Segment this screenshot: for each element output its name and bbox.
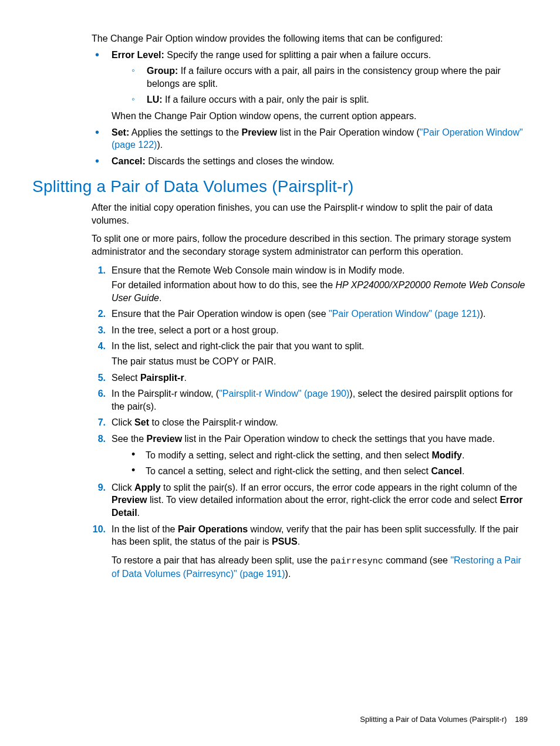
group-label: Group: bbox=[147, 66, 178, 76]
step-7-before: Click bbox=[112, 417, 134, 427]
group-item: Group: If a failure occurs with a pair, … bbox=[129, 65, 528, 90]
step-8-sub2: To cancel a setting, select and right-cl… bbox=[129, 465, 528, 478]
set-close: ). bbox=[157, 140, 163, 150]
step-9-mid2: list. To view detailed information about… bbox=[147, 495, 500, 505]
step-10a-bold1: Pair Operations bbox=[178, 524, 248, 534]
section-heading: Splitting a Pair of Data Volumes (Pairsp… bbox=[32, 175, 528, 198]
footer-title: Splitting a Pair of Data Volumes (Pairsp… bbox=[360, 715, 507, 724]
step-9-bold2: Preview bbox=[112, 495, 147, 505]
step-10a-bold2: PSUS bbox=[272, 536, 298, 546]
error-level-item: Error Level: Specify the range used for … bbox=[92, 49, 528, 123]
step-10b-mid: command (see bbox=[383, 555, 451, 565]
step-3: In the tree, select a port or a host gro… bbox=[92, 324, 528, 337]
section-para-2: To split one or more pairs, follow the p… bbox=[92, 232, 528, 258]
step-9-mid: to split the pair(s). If an error occurs… bbox=[161, 482, 517, 492]
set-label: Set: bbox=[112, 127, 129, 137]
error-level-label: Error Level: bbox=[112, 50, 164, 60]
after-sub-text: When the Change Pair Option window opens… bbox=[112, 110, 528, 123]
set-text-before: Applies the settings to the bbox=[129, 127, 241, 137]
step-8-sublist: To modify a setting, select and right-cl… bbox=[129, 449, 528, 478]
cancel-item: Cancel: Discards the settings and closes… bbox=[92, 155, 528, 168]
step-8-sub2-before: To cancel a setting, select and right-cl… bbox=[146, 466, 431, 476]
pair-op-window-link-121[interactable]: "Pair Operation Window" (page 121) bbox=[329, 309, 480, 319]
footer-page-number: 189 bbox=[515, 715, 528, 724]
step-8-sub2-after: . bbox=[462, 466, 464, 476]
group-text: If a failure occurs with a pair, all pai… bbox=[147, 66, 501, 89]
step-8-before: See the bbox=[112, 434, 147, 444]
step-4a: In the list, select and right-click the … bbox=[112, 341, 364, 351]
section-para-1: After the initial copy operation finishe… bbox=[92, 201, 528, 227]
step-1b-after: . bbox=[159, 293, 161, 303]
step-9-after: . bbox=[137, 508, 140, 518]
step-8-sub1-bold: Modify bbox=[431, 450, 462, 460]
set-text-after: list in the Pair Operation window ( bbox=[277, 127, 420, 137]
step-10b: To restore a pair that has already been … bbox=[112, 554, 528, 580]
config-items-list: Error Level: Specify the range used for … bbox=[92, 49, 528, 168]
step-1b: For detailed information about how to do… bbox=[112, 279, 528, 304]
step-8-sub1: To modify a setting, select and right-cl… bbox=[129, 449, 528, 462]
step-2-after: ). bbox=[480, 309, 486, 319]
procedure-list: Ensure that the Remote Web Console main … bbox=[92, 264, 528, 580]
page-footer: Splitting a Pair of Data Volumes (Pairsp… bbox=[360, 714, 528, 725]
step-4b: The pair status must be COPY or PAIR. bbox=[112, 355, 528, 368]
lu-text: If a failure occurs with a pair, only th… bbox=[163, 94, 369, 104]
error-level-sublist: Group: If a failure occurs with a pair, … bbox=[129, 65, 528, 106]
step-5-after: . bbox=[184, 373, 187, 383]
step-10b-after: ). bbox=[285, 569, 291, 579]
step-10a-after: . bbox=[298, 536, 300, 546]
lu-label: LU: bbox=[147, 94, 163, 104]
step-1: Ensure that the Remote Web Console main … bbox=[92, 264, 528, 305]
step-8-sub1-after: . bbox=[462, 450, 464, 460]
step-8-sub1-before: To modify a setting, select and right-cl… bbox=[146, 450, 431, 460]
step-6-before: In the Pairsplit-r window, ( bbox=[112, 389, 219, 399]
step-2-before: Ensure that the Pair Operation window is… bbox=[112, 309, 329, 319]
intro-paragraph: The Change Pair Option window provides t… bbox=[92, 32, 528, 45]
set-item: Set: Applies the settings to the Preview… bbox=[92, 126, 528, 151]
step-5-bold: Pairsplit-r bbox=[140, 373, 184, 383]
step-9-bold1: Apply bbox=[134, 482, 160, 492]
step-8-sub2-bold: Cancel bbox=[431, 466, 462, 476]
step-9-before: Click bbox=[112, 482, 134, 492]
step-6: In the Pairsplit-r window, ("Pairsplit-r… bbox=[92, 387, 528, 413]
cancel-text: Discards the settings and closes the win… bbox=[146, 156, 335, 166]
step-8: See the Preview list in the Pair Operati… bbox=[92, 433, 528, 478]
step-8-bold: Preview bbox=[147, 434, 182, 444]
step-4: In the list, select and right-click the … bbox=[92, 340, 528, 367]
step-10b-before: To restore a pair that has already been … bbox=[112, 555, 330, 565]
step-1b-before: For detailed information about how to do… bbox=[112, 280, 336, 290]
step-10: In the list of the Pair Operations windo… bbox=[92, 523, 528, 580]
step-5: Select Pairsplit-r. bbox=[92, 372, 528, 384]
step-7-after: to close the Pairsplit-r window. bbox=[149, 417, 278, 427]
step-2: Ensure that the Pair Operation window is… bbox=[92, 308, 528, 320]
preview-bold: Preview bbox=[241, 127, 276, 137]
error-level-text: Specify the range used for splitting a p… bbox=[164, 50, 431, 60]
step-7-bold: Set bbox=[134, 417, 149, 427]
step-7: Click Set to close the Pairsplit-r windo… bbox=[92, 416, 528, 429]
pairsplit-r-window-link[interactable]: "Pairsplit-r Window" (page 190) bbox=[219, 389, 349, 399]
step-5-before: Select bbox=[112, 373, 140, 383]
step-1a: Ensure that the Remote Web Console main … bbox=[112, 265, 405, 275]
step-10a-before: In the list of the bbox=[112, 524, 178, 534]
step-9: Click Apply to split the pair(s). If an … bbox=[92, 481, 528, 519]
lu-item: LU: If a failure occurs with a pair, onl… bbox=[129, 93, 528, 106]
step-8-after: list in the Pair Operation window to che… bbox=[182, 434, 495, 444]
cancel-label: Cancel: bbox=[112, 156, 146, 166]
pairresync-code: pairresync bbox=[330, 556, 383, 566]
